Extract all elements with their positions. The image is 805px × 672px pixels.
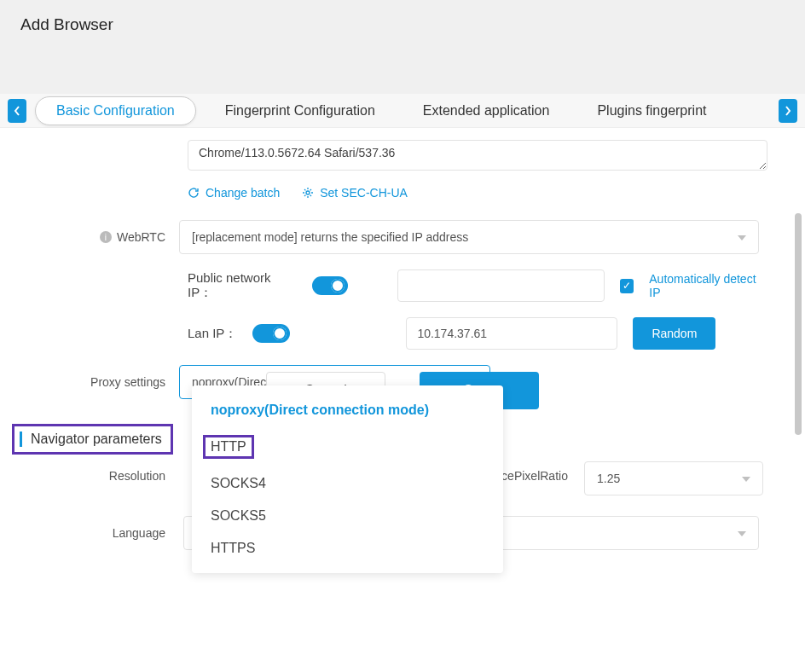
resolution-label: Resolution xyxy=(109,469,165,483)
public-ip-label: Public network IP： xyxy=(188,270,297,301)
webrtc-mode-select[interactable]: [replacement mode] returns the specified… xyxy=(179,220,759,254)
svg-point-0 xyxy=(306,191,310,194)
proxy-dropdown: noproxy(Direct connection mode) HTTP SOC… xyxy=(192,385,503,573)
tabs-prev-arrow[interactable] xyxy=(8,99,26,123)
proxy-option-http[interactable]: HTTP xyxy=(192,426,503,467)
change-batch-link[interactable]: Change batch xyxy=(188,186,280,200)
navigator-parameters-heading-highlight: Navigator parameters xyxy=(12,424,173,455)
lan-ip-toggle[interactable] xyxy=(252,324,290,343)
proxy-option-https[interactable]: HTTPS xyxy=(192,532,503,565)
chevron-right-icon xyxy=(785,106,791,116)
language-label: Language xyxy=(113,526,165,540)
proxy-option-noproxy[interactable]: noproxy(Direct connection mode) xyxy=(192,394,503,426)
auto-detect-label: Automatically detect IP xyxy=(649,272,767,299)
tab-basic-configuration[interactable]: Basic Configuration xyxy=(35,96,196,125)
refresh-icon xyxy=(188,187,200,199)
change-batch-label: Change batch xyxy=(206,186,280,200)
public-ip-input[interactable] xyxy=(397,269,604,302)
set-sec-ch-ua-label: Set SEC-CH-UA xyxy=(320,186,408,200)
public-ip-toggle[interactable] xyxy=(312,276,349,295)
device-pixel-ratio-select[interactable]: 1.25 xyxy=(584,461,763,495)
gear-icon xyxy=(302,187,314,199)
tabs-bar: Basic Configuration Fingerprint Configur… xyxy=(0,94,805,128)
info-icon: i xyxy=(100,231,112,243)
random-button[interactable]: Random xyxy=(633,317,715,350)
tab-plugins-fingerprint[interactable]: Plugins fingerprint xyxy=(573,94,730,128)
proxy-option-socks4[interactable]: SOCKS4 xyxy=(192,467,503,500)
chevron-left-icon xyxy=(14,106,20,116)
proxy-option-socks5[interactable]: SOCKS5 xyxy=(192,500,503,532)
set-sec-ch-ua-link[interactable]: Set SEC-CH-UA xyxy=(302,186,408,200)
navigator-parameters-heading: Navigator parameters xyxy=(20,432,162,447)
webrtc-label: WebRTC xyxy=(117,230,165,244)
page-title: Add Browser xyxy=(20,15,785,34)
tabs-next-arrow[interactable] xyxy=(779,99,797,123)
user-agent-input[interactable]: Chrome/113.0.5672.64 Safari/537.36 xyxy=(188,140,767,171)
device-pixel-ratio-label: vicePixelRatio xyxy=(493,469,568,483)
tab-extended-application[interactable]: Extended application xyxy=(399,94,574,128)
tab-fingerprint-configuration[interactable]: Fingerprint Configuration xyxy=(201,94,399,128)
auto-detect-checkbox[interactable]: ✓ xyxy=(620,279,634,293)
scrollbar[interactable] xyxy=(795,213,802,435)
lan-ip-input[interactable] xyxy=(406,317,617,350)
lan-ip-label: Lan IP： xyxy=(188,326,237,342)
